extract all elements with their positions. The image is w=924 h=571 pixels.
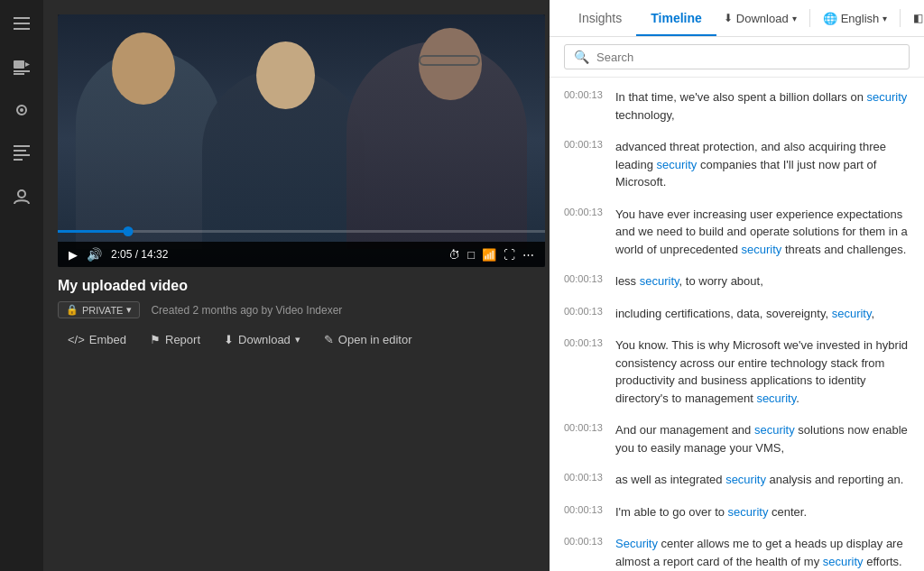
account-icon[interactable]	[9, 184, 34, 209]
timeline-time: 00:00:13	[564, 206, 605, 217]
svg-rect-6	[14, 73, 24, 75]
search-icon: 🔍	[574, 50, 589, 64]
panel-actions: ⬇ Download ▾ 🌐 English ▾ ◧ View ▾	[716, 1, 924, 36]
security-highlight[interactable]: security	[725, 473, 766, 486]
security-highlight[interactable]: security	[867, 90, 908, 104]
timeline-tab[interactable]: Timeline	[636, 0, 716, 36]
timeline-item[interactable]: 00:00:13Security center allows me to get…	[550, 528, 924, 571]
security-highlight[interactable]: security	[741, 243, 781, 256]
security-highlight[interactable]: Security	[615, 537, 658, 550]
timeline-item[interactable]: 00:00:13And our management and security …	[550, 414, 924, 464]
search-input[interactable]	[596, 51, 900, 64]
text-segment: as well as integrated	[615, 473, 725, 486]
embed-button[interactable]: </> Embed	[58, 327, 136, 352]
report-button[interactable]: ⚑ Report	[140, 327, 210, 352]
globe-icon: 🌐	[823, 12, 837, 25]
timeline-text: And our management and security solution…	[615, 421, 910, 456]
security-highlight[interactable]: security	[640, 274, 679, 288]
security-highlight[interactable]: security	[657, 158, 698, 171]
text-segment: threats and challenges.	[781, 243, 906, 256]
timeline-text: as well as integrated security analysis …	[615, 471, 903, 489]
play-button[interactable]: ▶	[69, 248, 78, 262]
view-icon: ◧	[913, 12, 923, 24]
lock-icon: 🔒	[66, 304, 79, 316]
timeline-time: 00:00:13	[564, 272, 605, 284]
timeline-text: You know. This is why Microsoft we've in…	[615, 336, 910, 407]
svg-rect-12	[14, 159, 23, 161]
text-segment: including certifications, data, sovereig…	[615, 307, 832, 320]
timeline-time: 00:00:13	[564, 535, 605, 547]
security-highlight[interactable]: security	[823, 555, 864, 568]
security-highlight[interactable]: security	[754, 423, 795, 437]
download-panel-button[interactable]: ⬇ Download ▾	[716, 8, 804, 29]
timeline-text: advanced threat protection, and also acq…	[615, 138, 910, 191]
svg-rect-0	[14, 17, 30, 19]
security-highlight[interactable]: security	[756, 391, 796, 405]
embed-icon: </>	[68, 333, 85, 346]
text-segment: center.	[768, 505, 807, 519]
insights-nav-icon[interactable]	[9, 141, 34, 166]
insights-tab[interactable]: Insights	[564, 0, 636, 36]
timeline-item[interactable]: 00:00:13You know. This is why Microsoft …	[550, 329, 924, 414]
time-display: 2:05 / 14:32	[111, 248, 439, 261]
text-segment: I'm able to go over to	[615, 505, 728, 519]
timeline-item[interactable]: 00:00:13advanced threat protection, and …	[550, 131, 924, 198]
divider2	[900, 9, 901, 27]
quality-button[interactable]: 📶	[482, 248, 496, 262]
timeline-item[interactable]: 00:00:13including certifications, data, …	[550, 298, 924, 330]
video-controls: ▶ 🔊 2:05 / 14:32 ⏱ □ 📶 ⛶ ⋯	[58, 242, 545, 267]
panel-tabs: Insights Timeline	[564, 0, 716, 36]
video-actions: </> Embed ⚑ Report ⬇ Download ▾ ✎ Open i…	[58, 327, 516, 352]
timeline-text: In that time, we've also spent a billion…	[615, 88, 910, 124]
text-segment: , to worry about,	[679, 274, 763, 288]
dropdown-arrow: ▾	[126, 304, 132, 316]
timeline-time: 00:00:13	[564, 336, 605, 348]
svg-rect-5	[14, 70, 30, 72]
timeline-item[interactable]: 00:00:13as well as integrated security a…	[550, 464, 924, 496]
privacy-badge[interactable]: 🔒 PRIVATE ▾	[58, 301, 140, 318]
timeline-time: 00:00:13	[564, 305, 605, 317]
video-player[interactable]: ▶ 🔊 2:05 / 14:32 ⏱ □ 📶 ⛶ ⋯	[58, 14, 545, 267]
menu-icon[interactable]	[9, 11, 34, 36]
security-highlight[interactable]: security	[728, 505, 769, 519]
download-label: Download	[238, 333, 291, 346]
timeline-text: I'm able to go over to security center.	[615, 503, 807, 521]
download-video-button[interactable]: ⬇ Download ▾	[214, 327, 310, 352]
fullscreen-button[interactable]: ⛶	[504, 248, 515, 262]
video-list-icon[interactable]	[9, 54, 34, 79]
download-panel-arrow: ▾	[792, 14, 797, 23]
download-panel-label: Download	[736, 12, 789, 25]
video-created-by: Created 2 months ago by Video Indexer	[151, 304, 342, 317]
timeline-item[interactable]: 00:00:13In that time, we've also spent a…	[550, 81, 924, 131]
timeline-time: 00:00:13	[564, 503, 605, 515]
view-button[interactable]: ◧ View ▾	[906, 8, 924, 29]
volume-button[interactable]: 🔊	[87, 247, 102, 262]
search-input-wrap[interactable]: 🔍	[564, 44, 910, 69]
camera-icon[interactable]	[9, 97, 34, 123]
download-icon: ⬇	[224, 333, 234, 346]
timeline-time: 00:00:13	[564, 88, 605, 100]
svg-rect-3	[14, 60, 24, 69]
text-segment: And our management and	[615, 423, 754, 437]
panel-header: Insights Timeline ⬇ Download ▾ 🌐 English…	[550, 0, 924, 37]
main-content: ▶ 🔊 2:05 / 14:32 ⏱ □ 📶 ⛶ ⋯ My uploaded v…	[43, 0, 550, 571]
timeline-text: less security, to worry about,	[615, 272, 763, 290]
search-bar: 🔍	[550, 37, 924, 78]
timeline-item[interactable]: 00:00:13I'm able to go over to security …	[550, 496, 924, 529]
timeline-item[interactable]: 00:00:13less security, to worry about,	[550, 265, 924, 298]
timeline-item[interactable]: 00:00:13You have ever increasing user ex…	[550, 198, 924, 266]
open-editor-button[interactable]: ✎ Open in editor	[314, 327, 422, 352]
embed-label: Embed	[89, 333, 126, 346]
security-highlight[interactable]: security	[832, 307, 872, 320]
text-segment: technology,	[615, 108, 675, 122]
settings-button[interactable]: ⏱	[448, 248, 460, 262]
video-section: ▶ 🔊 2:05 / 14:32 ⏱ □ 📶 ⛶ ⋯	[43, 0, 550, 267]
editor-label: Open in editor	[338, 333, 412, 346]
language-button[interactable]: 🌐 English ▾	[816, 8, 895, 29]
svg-rect-11	[14, 154, 30, 156]
editor-icon: ✎	[324, 333, 334, 346]
text-segment: efforts.	[864, 555, 902, 568]
video-progress-bar[interactable]	[58, 230, 545, 233]
more-button[interactable]: ⋯	[522, 248, 534, 262]
captions-button[interactable]: □	[467, 248, 475, 262]
